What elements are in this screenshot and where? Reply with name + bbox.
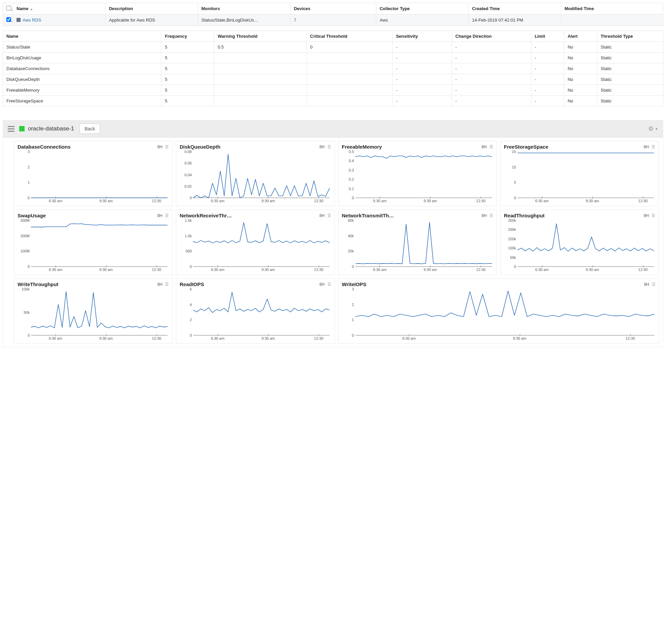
x-tick: 12:30: [476, 267, 486, 272]
caret-down-icon[interactable]: ▼: [655, 127, 658, 131]
y-tick: 0.08: [185, 150, 192, 154]
x-tick: 9:30 am: [99, 336, 113, 341]
y-tick: 0.1: [349, 187, 354, 191]
back-button[interactable]: Back: [80, 124, 100, 134]
detail-col-5[interactable]: Change Direction: [452, 31, 531, 42]
table-row[interactable]: FreeableMemory5---NoStatic: [3, 85, 663, 96]
time-range-label[interactable]: 8H: [319, 144, 325, 149]
dashboard: oracle-database-1 Back ⚙ ▼ DatabaseConne…: [3, 120, 663, 347]
detail-col-2[interactable]: Warning Threshold: [214, 31, 306, 42]
cell-alert: No: [564, 53, 597, 63]
select-all-checkbox[interactable]: [6, 6, 11, 11]
y-tick: 200M: [20, 234, 30, 238]
time-range-label[interactable]: 8H: [644, 144, 649, 149]
y-tick: 0: [28, 333, 30, 337]
y-tick: 0: [28, 196, 30, 200]
y-tick: 1: [28, 180, 30, 184]
table-row[interactable]: FreeStorageSpace5---NoStatic: [3, 96, 663, 106]
detail-col-1[interactable]: Frequency: [161, 31, 214, 42]
col-name[interactable]: Name▲: [13, 3, 105, 15]
time-range-label[interactable]: 8H: [644, 282, 649, 287]
cell-limit: -: [531, 63, 564, 74]
x-tick: 6:30 am: [373, 199, 387, 203]
cell-warn: [214, 74, 306, 85]
chart-menu-icon[interactable]: ☰: [328, 213, 331, 218]
chart-panel: DiskQueueDepth8H☰00.020.040.060.086:30 a…: [176, 141, 334, 206]
row-checkbox[interactable]: [6, 17, 11, 22]
x-tick: 12:30: [626, 336, 635, 341]
monitors-summary-table: Name▲ Description Monitors Devices Colle…: [3, 3, 663, 26]
cell-alert: No: [564, 85, 597, 96]
table-row[interactable]: BinLogDiskUsage5---NoStatic: [3, 53, 663, 63]
chart-title: FreeStorageSpace: [504, 144, 644, 150]
chart-menu-icon[interactable]: ☰: [651, 144, 655, 149]
chart-menu-icon[interactable]: ☰: [165, 282, 169, 287]
chart-menu-icon[interactable]: ☰: [490, 144, 493, 149]
detail-col-4[interactable]: Sensitivity: [392, 31, 452, 42]
x-tick: 6:30 am: [373, 267, 387, 272]
x-tick: 12:30: [152, 336, 161, 341]
detail-col-3[interactable]: Critical Threshold: [306, 31, 392, 42]
gear-icon[interactable]: ⚙: [648, 125, 653, 133]
chart-menu-icon[interactable]: ☰: [490, 213, 493, 218]
time-range-label[interactable]: 8H: [157, 282, 162, 287]
time-range-label[interactable]: 8H: [481, 213, 487, 218]
cell-sens: -: [392, 53, 452, 63]
chart-menu-icon[interactable]: ☰: [165, 144, 169, 149]
chart-title: WriteIOPS: [342, 281, 644, 287]
x-tick: 6:30 am: [49, 199, 62, 203]
y-tick: 0: [190, 196, 192, 200]
y-tick: 3: [352, 287, 354, 291]
chart-title: DatabaseConnections: [18, 144, 157, 150]
cell-crit: [306, 96, 392, 106]
cell-alert: No: [564, 63, 597, 74]
time-range-label[interactable]: 8H: [481, 144, 487, 149]
col-created-time[interactable]: Created Time: [469, 3, 561, 15]
time-range-label[interactable]: 8H: [319, 282, 325, 287]
cell-alert: No: [564, 74, 597, 85]
cell-freq: 5: [161, 42, 214, 53]
cell-name: BinLogDiskUsage: [3, 53, 161, 63]
cell-limit: -: [531, 74, 564, 85]
table-row[interactable]: Status/State50.50---NoStatic: [3, 42, 663, 53]
devices-link[interactable]: 7: [294, 18, 296, 22]
select-all-cell[interactable]: [3, 3, 13, 15]
chart-menu-icon[interactable]: ☰: [165, 213, 169, 218]
chart-panel: NetworkTransmitTh…8H☰020k40k60k6:30 am9:…: [338, 210, 497, 275]
table-row[interactable]: DatabaseConnections5---NoStatic: [3, 63, 663, 74]
time-range-label[interactable]: 8H: [157, 213, 162, 218]
col-monitors[interactable]: Monitors: [198, 3, 290, 15]
table-row[interactable]: Aws RDS Applicable for Aws RDS Status/St…: [3, 15, 663, 26]
chart-menu-icon[interactable]: ☰: [652, 282, 655, 287]
y-tick: 5: [514, 180, 516, 184]
chart-title: ReadIOPS: [179, 281, 319, 287]
time-range-label[interactable]: 8H: [157, 144, 162, 149]
time-range-label[interactable]: 8H: [319, 213, 325, 218]
resource-name-link[interactable]: Aws RDS: [22, 18, 41, 22]
col-modified-time[interactable]: Modified Time: [561, 3, 663, 15]
x-tick: 9:30 am: [586, 267, 599, 272]
cell-collector-type: Aws: [376, 15, 468, 26]
x-tick: 6:30 am: [402, 336, 416, 341]
detail-col-0[interactable]: Name: [3, 31, 161, 42]
cell-sens: -: [392, 96, 452, 106]
menu-icon[interactable]: [8, 126, 15, 132]
time-range-label[interactable]: 8H: [644, 213, 649, 218]
col-description[interactable]: Description: [105, 3, 198, 15]
col-collector-type[interactable]: Collector Type: [376, 3, 468, 15]
y-tick: 0.04: [185, 173, 192, 177]
col-devices[interactable]: Devices: [291, 3, 376, 15]
cell-freq: 5: [161, 74, 214, 85]
chart-menu-icon[interactable]: ☰: [328, 282, 331, 287]
y-tick: 100k: [21, 287, 30, 291]
table-row[interactable]: DiskQueueDepth5---NoStatic: [3, 74, 663, 85]
detail-col-6[interactable]: Limit: [531, 31, 564, 42]
chart-menu-icon[interactable]: ☰: [651, 213, 655, 218]
y-tick: 100M: [20, 249, 30, 253]
y-tick: 0: [514, 196, 516, 200]
chart-title: SwapUsage: [18, 213, 157, 219]
detail-col-7[interactable]: Alert: [564, 31, 597, 42]
detail-col-8[interactable]: Threshold Type: [597, 31, 663, 42]
chart-menu-icon[interactable]: ☰: [328, 144, 331, 149]
x-tick: 6:30 am: [49, 267, 62, 272]
